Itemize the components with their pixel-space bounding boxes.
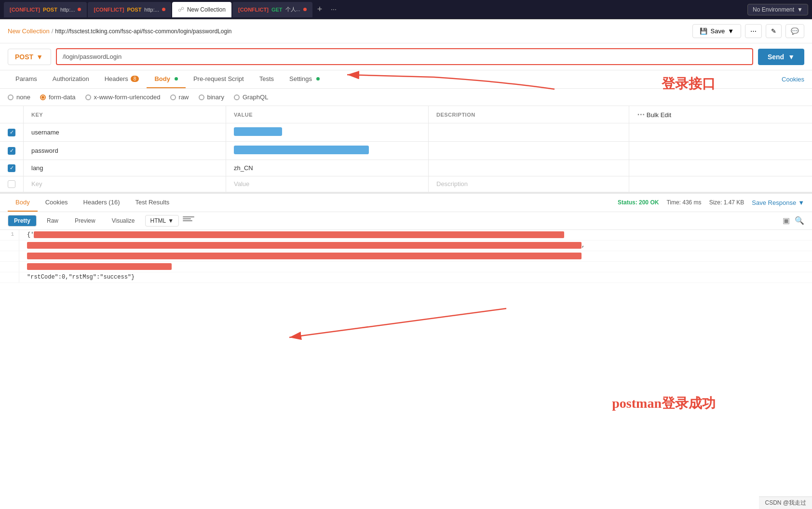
resp-tab-body[interactable]: Body bbox=[8, 194, 38, 212]
table-row-empty: Key Value Description bbox=[0, 176, 812, 192]
checkbox-checked-2: ✓ bbox=[8, 147, 15, 155]
tab-headers-label: Headers bbox=[105, 75, 128, 82]
response-body-toolbar: Pretty Raw Preview Visualize HTML ▼ ▣ 🔍 bbox=[0, 212, 812, 230]
tab-body[interactable]: Body bbox=[147, 70, 186, 88]
tab-params[interactable]: Params bbox=[8, 70, 45, 88]
tab-conflict-label-2: [CONFLICT] bbox=[94, 7, 124, 13]
key-cell-2[interactable]: password bbox=[24, 142, 226, 160]
cookies-link[interactable]: Cookies bbox=[782, 71, 804, 88]
send-button[interactable]: Send ▼ bbox=[758, 49, 804, 65]
language-selector[interactable]: HTML ▼ bbox=[145, 215, 179, 227]
tab-dot-2 bbox=[162, 8, 165, 11]
radio-urlencoded bbox=[85, 94, 91, 100]
line-content-footer: "rstCode":0,"rstMsg":"success"} bbox=[19, 272, 812, 282]
checkbox-checked-1: ✓ bbox=[8, 129, 15, 136]
checkbox-empty-4 bbox=[8, 180, 15, 188]
tab-settings[interactable]: Settings bbox=[282, 70, 327, 88]
breadcrumb-collection[interactable]: New Collection bbox=[8, 27, 50, 35]
tab-conflict-1[interactable]: [CONFLICT] POST http:... bbox=[4, 2, 87, 17]
value-cell-2[interactable] bbox=[226, 142, 429, 160]
tab-authorization[interactable]: Authorization bbox=[45, 70, 97, 88]
desc-cell-placeholder[interactable]: Description bbox=[429, 176, 629, 192]
tab-tests-label: Tests bbox=[259, 75, 274, 82]
radio-none bbox=[8, 94, 14, 100]
save-response-button[interactable]: Save Response ▼ bbox=[752, 199, 804, 206]
key-cell-placeholder[interactable]: Key bbox=[24, 176, 226, 192]
save-response-label: Save Response bbox=[752, 199, 796, 206]
edit-button[interactable]: ✎ bbox=[766, 24, 782, 38]
row-checkbox-3[interactable]: ✓ bbox=[0, 160, 24, 176]
more-options-button[interactable]: ⋯ bbox=[745, 24, 762, 38]
option-form-data[interactable]: form-data bbox=[40, 94, 76, 101]
language-chevron: ▼ bbox=[168, 217, 174, 224]
option-urlencoded[interactable]: x-www-form-urlencoded bbox=[85, 94, 161, 101]
wrap-line-2 bbox=[183, 218, 191, 219]
action-cell-1 bbox=[629, 123, 812, 142]
value-cell-1[interactable] bbox=[226, 123, 429, 142]
tab-body-label: Body bbox=[154, 75, 170, 82]
format-visualize-button[interactable]: Visualize bbox=[106, 215, 141, 227]
bottom-bar: CSDN @我走过 bbox=[759, 496, 812, 509]
bulk-edit-button[interactable]: Bulk Edit bbox=[647, 111, 671, 119]
option-none[interactable]: none bbox=[8, 94, 30, 101]
row-checkbox-1[interactable]: ✓ bbox=[0, 123, 24, 142]
bottom-bar-label: CSDN @我走过 bbox=[765, 499, 806, 506]
response-time: Time: 436 ms bbox=[666, 199, 701, 206]
more-tabs-button[interactable]: ⋯ bbox=[327, 2, 340, 17]
resp-tab-test-results[interactable]: Test Results bbox=[127, 194, 177, 212]
comment-button[interactable]: 💬 bbox=[785, 24, 804, 38]
tab-conflict-3[interactable]: [CONFLICT] GET 个人... bbox=[232, 2, 312, 17]
send-label: Send bbox=[768, 53, 784, 61]
col-key: KEY bbox=[24, 106, 226, 123]
tab-url-1: http:... bbox=[60, 7, 75, 13]
row-checkbox-4[interactable] bbox=[0, 176, 24, 192]
code-line-footer: "rstCode":0,"rstMsg":"success"} bbox=[0, 272, 812, 283]
tab-headers[interactable]: Headers 8 bbox=[97, 70, 147, 88]
row-checkbox-2[interactable]: ✓ bbox=[0, 142, 24, 160]
response-size: Size: 1.47 KB bbox=[709, 199, 744, 206]
option-graphql[interactable]: GraphQL bbox=[234, 94, 268, 101]
tab-dot-1 bbox=[78, 8, 81, 11]
response-icons: ▣ 🔍 bbox=[783, 216, 804, 225]
url-input[interactable] bbox=[63, 53, 746, 60]
code-line-3 bbox=[0, 251, 812, 262]
tab-url-3: 个人... bbox=[285, 6, 300, 13]
format-pretty-button[interactable]: Pretty bbox=[8, 215, 37, 227]
save-button[interactable]: 💾 Save ▼ bbox=[692, 24, 741, 38]
value-cell-placeholder[interactable]: Value bbox=[226, 176, 429, 192]
environment-selector[interactable]: No Environment ▼ bbox=[747, 4, 808, 15]
radio-graphql bbox=[234, 94, 240, 100]
copy-response-button[interactable]: ▣ bbox=[783, 216, 790, 225]
tab-conflict-label-3: [CONFLICT] bbox=[238, 7, 269, 13]
resp-tab-headers[interactable]: Headers (16) bbox=[76, 194, 128, 212]
desc-cell-2[interactable] bbox=[429, 142, 629, 160]
tab-params-label: Params bbox=[15, 75, 37, 82]
tab-method-2: POST bbox=[127, 7, 141, 13]
col-bulk: ⋯ Bulk Edit bbox=[629, 106, 812, 123]
tab-new-collection[interactable]: ☍ New Collection bbox=[172, 2, 231, 17]
search-response-button[interactable]: 🔍 bbox=[795, 216, 804, 225]
key-cell-1[interactable]: username bbox=[24, 123, 226, 142]
format-preview-button[interactable]: Preview bbox=[68, 215, 102, 227]
desc-cell-1[interactable] bbox=[429, 123, 629, 142]
desc-cell-3[interactable] bbox=[429, 160, 629, 176]
annotation-login-success: postman登录成功 bbox=[612, 394, 716, 413]
radio-form-data bbox=[40, 94, 46, 100]
format-raw-button[interactable]: Raw bbox=[41, 215, 65, 227]
radio-binary bbox=[199, 94, 204, 100]
option-binary[interactable]: binary bbox=[199, 94, 224, 101]
resp-tab-cookies[interactable]: Cookies bbox=[38, 194, 76, 212]
option-raw[interactable]: raw bbox=[170, 94, 189, 101]
request-toolbar: New Collection / http://fssctest.tclking… bbox=[0, 19, 812, 43]
method-selector[interactable]: POST ▼ bbox=[8, 49, 51, 65]
add-tab-button[interactable]: + bbox=[313, 2, 326, 17]
tab-tests[interactable]: Tests bbox=[252, 70, 282, 88]
tab-conflict-2[interactable]: [CONFLICT] POST http:... bbox=[88, 2, 171, 17]
tab-pre-request[interactable]: Pre-request Script bbox=[186, 70, 252, 88]
wrap-icon[interactable] bbox=[183, 216, 194, 225]
tab-dot-3 bbox=[303, 8, 307, 11]
tab-auth-label: Authorization bbox=[53, 75, 89, 82]
line-content-4 bbox=[19, 262, 812, 272]
key-cell-3[interactable]: lang bbox=[24, 160, 226, 176]
value-cell-3[interactable]: zh_CN bbox=[226, 160, 429, 176]
